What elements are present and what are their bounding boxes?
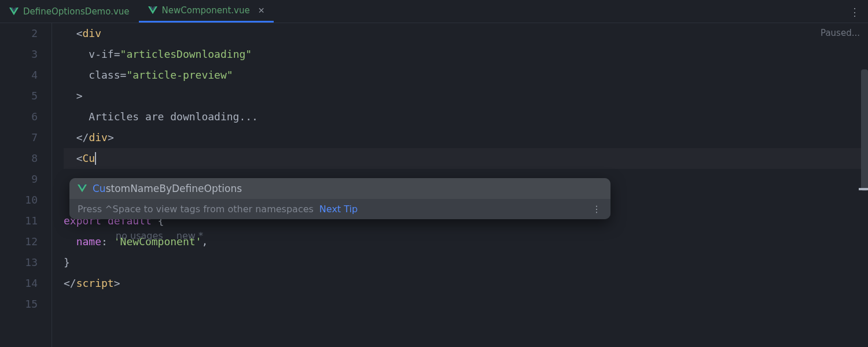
autocomplete-popup: CustomNameByDefineOptions Press ^Space t… (69, 178, 610, 219)
code-line: } (64, 252, 868, 273)
scrollbar[interactable] (861, 69, 868, 191)
inline-annotations: no usages new * (116, 226, 214, 246)
code-line-current: <Cu (64, 148, 868, 169)
tab-bar: DefineOptionsDemo.vue NewComponent.vue ✕… (0, 0, 868, 23)
autocomplete-item[interactable]: CustomNameByDefineOptions (69, 178, 610, 199)
code-line: <div (64, 23, 868, 44)
code-line: </div> (64, 127, 868, 148)
line-number: 10 (0, 190, 38, 211)
code-line: Articles are downloading... (64, 106, 868, 127)
scrollbar-caret-marker (859, 188, 868, 190)
code-line: class="article-preview" (64, 65, 868, 86)
gutter: 2 3 4 5 6 7 8 9 10 11 12 13 14 15 (0, 23, 52, 347)
tab-label: DefineOptionsDemo.vue (23, 6, 130, 17)
line-number: 15 (0, 294, 38, 315)
vue-icon (148, 6, 157, 14)
new-label: new * (176, 230, 203, 241)
code-line: v-if="articlesDownloading" (64, 44, 868, 65)
line-number: 2 (0, 23, 38, 44)
code-line (64, 294, 868, 315)
autocomplete-item-label: CustomNameByDefineOptions (93, 183, 242, 194)
line-number: 3 (0, 44, 38, 65)
usages-label: no usages (116, 230, 163, 241)
line-number: 12 (0, 231, 38, 252)
code-line: > (64, 86, 868, 106)
line-number: 9 (0, 169, 38, 190)
tab-new-component[interactable]: NewComponent.vue ✕ (139, 0, 274, 23)
line-number: 13 (0, 252, 38, 273)
line-number: 4 (0, 65, 38, 86)
caret (95, 152, 96, 165)
vue-icon (78, 184, 87, 193)
line-number: 8 (0, 148, 38, 169)
tab-label: NewComponent.vue (162, 5, 250, 16)
autocomplete-more-icon[interactable]: ⋮ (592, 204, 602, 215)
autocomplete-hint: Press ^Space to view tags from other nam… (78, 204, 314, 215)
tab-more-icon[interactable]: ⋮ (849, 5, 861, 17)
line-number: 11 (0, 211, 38, 231)
code-line: </script> (64, 273, 868, 294)
next-tip-link[interactable]: Next Tip (319, 204, 358, 215)
line-number: 5 (0, 86, 38, 106)
line-number: 14 (0, 273, 38, 294)
line-number: 7 (0, 127, 38, 148)
tab-define-options[interactable]: DefineOptionsDemo.vue (0, 0, 139, 23)
autocomplete-footer: Press ^Space to view tags from other nam… (69, 199, 610, 219)
close-icon[interactable]: ✕ (258, 6, 265, 15)
line-number: 6 (0, 106, 38, 127)
vue-icon (9, 8, 19, 16)
